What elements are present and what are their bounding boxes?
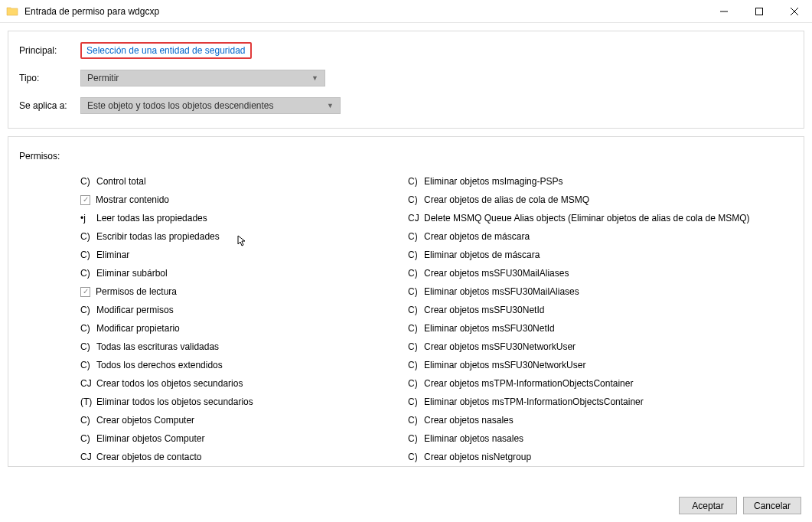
checkbox-prefix: C) [408,194,422,205]
permission-item[interactable]: C)Crear objetos msSFU30MailAliases [408,264,793,282]
permission-label: Crear objetos msSFU30NetId [424,305,544,315]
permission-item[interactable]: C)Eliminar objetos msImaging-PSPs [408,172,793,191]
chevron-down-icon: ▼ [311,74,318,82]
permission-label: Crear objetos msSFU30MailAliases [424,268,569,279]
applies-label: Se aplica a: [19,100,80,111]
folder-icon [6,5,18,18]
permission-item[interactable]: C)Crear objetos Computer [80,411,408,429]
permission-item[interactable]: C)Crear objetos nisNetgroup [408,448,793,466]
type-value: Permitir [87,73,119,83]
permission-label: Crear objetos de contacto [96,452,201,462]
permission-label: Modificar propietario [96,323,180,334]
permission-item[interactable]: C)Crear objetos de máscara [408,227,793,246]
permission-item[interactable]: CJCrear objetos de contacto [80,448,408,466]
permission-label: Control total [96,176,146,187]
permission-label: Crear objetos nisNetgroup [424,452,531,462]
checkbox-prefix: C) [408,378,422,389]
permission-label: Mostrar contenido [96,194,169,205]
permission-item[interactable]: CJCrear todos los objetos secundarios [80,374,408,393]
checkbox-prefix: C) [408,323,422,334]
checkbox-prefix: C) [408,396,422,407]
permissions-column-right: C)Eliminar objetos msImaging-PSPsC)Crear… [408,172,793,466]
checkbox-prefix: C) [408,268,422,279]
svg-rect-1 [756,8,763,15]
permission-item[interactable]: C)Crear objetos msSFU30NetworkUser [408,338,793,356]
permission-item[interactable]: C)Eliminar [80,246,408,264]
permission-label: Modificar permisos [96,305,174,315]
permission-label: Permisos de lectura [96,286,177,297]
permission-label: Crear objetos de máscara [424,231,530,242]
principal-label: Principal: [19,45,80,56]
checkbox-prefix: C) [408,305,422,315]
checkbox-prefix: C) [408,360,422,370]
permission-item[interactable]: C)Eliminar subárbol [80,264,408,282]
type-label: Tipo: [19,73,80,83]
checkbox-prefix: C) [408,415,422,426]
applies-value: Este objeto y todos los objetos descendi… [87,100,274,111]
checkbox-prefix: C) [80,176,94,187]
permission-item[interactable]: C)Eliminar objetos msSFU30MailAliases [408,282,793,301]
permission-label: Crear objetos de alias de cola de MSMQ [424,194,589,205]
checkbox-prefix: C) [80,305,94,315]
permission-label: Eliminar objetos Computer [96,433,204,444]
permission-item[interactable]: C)Eliminar objetos msTPM-InformationObje… [408,393,793,411]
permission-item[interactable]: CJDelete MSMQ Queue Alias objects (Elimi… [408,209,793,227]
permission-item[interactable]: (T)Eliminar todos los objetos secundario… [80,393,408,411]
type-dropdown[interactable]: Permitir ▼ [80,70,325,86]
permission-item[interactable]: C)Eliminar objetos de máscara [408,246,793,264]
permission-item[interactable]: C)Crear objetos nasales [408,411,793,429]
permission-label: Eliminar objetos msTPM-InformationObject… [424,396,644,407]
permission-item[interactable]: C)Control total [80,172,408,191]
permission-item[interactable]: C)Crear objetos de alias de cola de MSMQ [408,191,793,209]
checkbox-prefix: (T) [80,396,94,407]
permission-label: Delete MSMQ Queue Alias objects (Elimina… [424,213,750,223]
checkbox-prefix: C) [80,341,94,352]
permission-label: Eliminar objetos msSFU30MailAliases [424,286,579,297]
permission-label: Leer todas las propiedades [96,213,207,223]
permissions-label: Permisos: [19,151,60,161]
permission-item[interactable]: C)Eliminar objetos Computer [80,429,408,448]
permission-label: Crear objetos msTPM-InformationObjectsCo… [424,378,633,389]
checkbox-prefix: CJ [80,452,94,462]
checkbox-prefix: C) [80,433,94,444]
permission-label: Crear todos los objetos secundarios [96,378,243,389]
permission-item[interactable]: C)Crear objetos msSFU30NetId [408,301,793,319]
permission-item[interactable]: C)Eliminar objetos nasales [408,429,793,448]
permission-item[interactable]: C)Eliminar objetos msSFU30NetworkUser [408,356,793,374]
permission-item[interactable]: C)Todas las escrituras validadas [80,338,408,356]
permission-label: Eliminar objetos de máscara [424,250,540,260]
checkbox-prefix: C) [80,250,94,260]
permission-item[interactable]: C)Crear objetos msTPM-InformationObjects… [408,374,793,393]
permission-item[interactable]: Mostrar contenido [80,191,408,209]
checkbox-prefix: C) [408,341,422,352]
minimize-button[interactable] [706,0,742,22]
permission-label: Crear objetos nasales [424,415,514,426]
principal-link[interactable]: Selección de una entidad de seguridad [80,42,252,59]
ok-button[interactable]: Aceptar [679,497,737,514]
permission-label: Eliminar objetos msImaging-PSPs [424,176,563,187]
maximize-button[interactable] [742,0,777,22]
cancel-button[interactable]: Cancelar [743,497,801,514]
window-controls [706,0,812,22]
permissions-panel: Permisos: C)Control totalMostrar conteni… [8,136,804,467]
permission-item[interactable]: C)Eliminar objetos msSFU30NetId [408,319,793,338]
permission-item[interactable]: •jLeer todas las propiedades [80,209,408,227]
permission-label: Eliminar objetos msSFU30NetworkUser [424,360,585,370]
permission-item[interactable]: Permisos de lectura [80,282,408,301]
permission-item[interactable]: C)Modificar permisos [80,301,408,319]
permission-item[interactable]: C)Todos los derechos extendidos [80,356,408,374]
permission-item[interactable]: C)Modificar propietario [80,319,408,338]
header-panel: Principal: Selección de una entidad de s… [8,31,804,129]
permission-label: Crear objetos msSFU30NetworkUser [424,341,576,352]
checkbox-prefix: C) [80,415,94,426]
checkbox-prefix: C) [408,250,422,260]
checkbox-prefix: C) [80,323,94,334]
close-button[interactable] [777,0,812,22]
checkbox-icon[interactable] [80,287,90,297]
permission-item[interactable]: C)Escribir todas las propiedades [80,227,408,246]
checkbox-icon[interactable] [80,195,90,205]
checkbox-prefix: CJ [80,378,94,389]
applies-dropdown[interactable]: Este objeto y todos los objetos descendi… [80,97,341,114]
chevron-down-icon: ▼ [327,102,334,109]
permission-label: Escribir todas las propiedades [96,231,220,242]
